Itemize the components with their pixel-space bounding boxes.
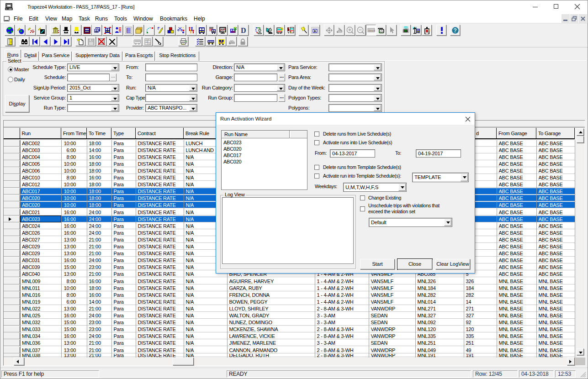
svg-text:12: 12 bbox=[145, 41, 148, 43]
svg-text:?: ? bbox=[454, 27, 457, 34]
svg-text:31: 31 bbox=[148, 43, 151, 45]
svg-text:D: D bbox=[241, 26, 246, 34]
svg-text:Strch: Strch bbox=[368, 29, 375, 32]
svg-text:GB: GB bbox=[219, 41, 223, 44]
